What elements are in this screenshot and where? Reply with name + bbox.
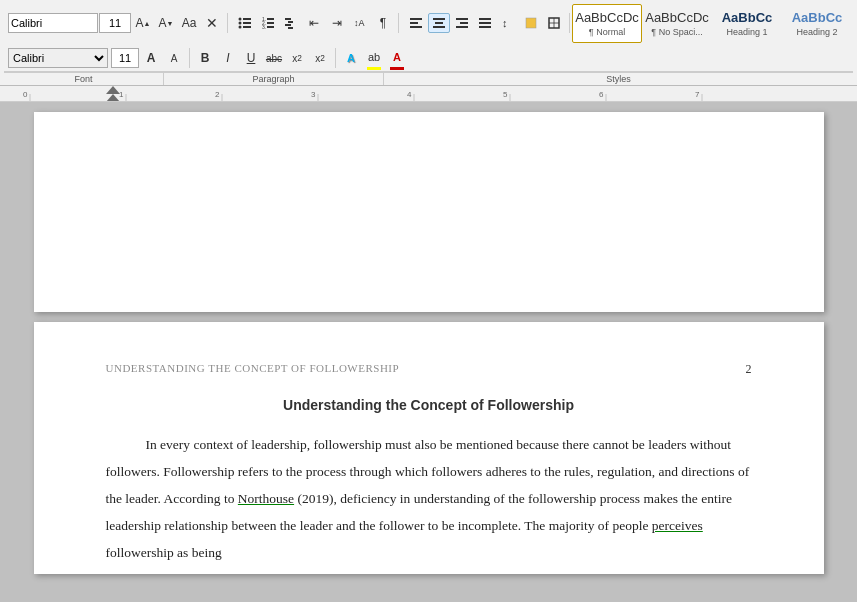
style-no-spacing-label: ¶ No Spaci...: [651, 27, 702, 37]
superscript-btn[interactable]: x2: [309, 48, 331, 68]
strikethrough-btn[interactable]: abc: [263, 48, 285, 68]
svg-rect-19: [410, 26, 422, 28]
svg-rect-17: [410, 18, 422, 20]
style-heading2-preview: AaBbCc: [792, 10, 843, 26]
change-case-btn[interactable]: Aa: [178, 13, 200, 33]
borders-btn[interactable]: [543, 13, 565, 33]
font-color-btn-wrap: A: [386, 47, 408, 70]
style-title[interactable]: AaB Title: [852, 4, 853, 43]
strikethrough-btn-wrap: abc: [263, 48, 285, 68]
font-size-field[interactable]: [111, 48, 139, 68]
style-heading1-label: Heading 1: [726, 27, 767, 37]
document-area: UNDERSTANDING THE CONCEPT OF FOLLOWERSHI…: [0, 102, 857, 584]
align-right-btn[interactable]: [451, 13, 473, 33]
toolbar-row1: A▲ A▼ Aa ✕ 1.2.3. ⇤ ⇥ ↕A ¶: [4, 2, 853, 45]
svg-point-0: [239, 18, 242, 21]
list-group: 1.2.3. ⇤ ⇥ ↕A ¶: [230, 13, 399, 33]
bullets-btn[interactable]: [234, 13, 256, 33]
page-number: 2: [746, 362, 752, 377]
svg-rect-18: [410, 22, 418, 24]
subscript-btn[interactable]: x2: [286, 48, 308, 68]
font-color-btn[interactable]: A: [386, 47, 408, 67]
svg-text:↕A: ↕A: [354, 18, 365, 28]
page-title: Understanding the Concept of Followershi…: [106, 397, 752, 413]
clear-format-btn[interactable]: ✕: [201, 13, 223, 33]
separator2: [335, 48, 336, 68]
svg-rect-25: [456, 26, 468, 28]
svg-rect-20: [433, 18, 445, 20]
page-1: [34, 112, 824, 312]
paragraph-1: In every context of leadership, follower…: [106, 431, 752, 566]
font-group: A▲ A▼ Aa ✕: [4, 13, 228, 33]
svg-rect-21: [435, 22, 443, 24]
svg-rect-1: [243, 18, 251, 20]
svg-rect-7: [267, 18, 274, 20]
highlight-btn-wrap: ab: [363, 47, 385, 70]
align-center-btn[interactable]: [428, 13, 450, 33]
grow-font-btn2[interactable]: A: [140, 48, 162, 68]
svg-rect-14: [285, 24, 291, 26]
svg-rect-11: [267, 26, 274, 28]
sort-btn[interactable]: ↕A: [349, 13, 371, 33]
bold-btn[interactable]: B: [194, 48, 216, 68]
underline-btn-wrap: U: [240, 48, 262, 68]
svg-text:2: 2: [215, 90, 220, 99]
svg-rect-24: [460, 22, 468, 24]
style-heading2[interactable]: AaBbCc Heading 2: [782, 4, 852, 43]
font-color-indicator: [390, 67, 404, 70]
svg-point-4: [239, 26, 242, 29]
page-header: UNDERSTANDING THE CONCEPT OF FOLLOWERSHI…: [106, 362, 752, 377]
svg-point-2: [239, 22, 242, 25]
multilevel-btn[interactable]: [280, 13, 302, 33]
shrink-font-btn[interactable]: A▼: [155, 13, 177, 33]
numbering-btn[interactable]: 1.2.3.: [257, 13, 279, 33]
shrink-font-btn2[interactable]: A: [163, 48, 185, 68]
font-section-label: Font: [4, 73, 164, 85]
svg-text:↕: ↕: [502, 17, 508, 29]
justify-btn[interactable]: [474, 13, 496, 33]
style-no-spacing[interactable]: AaBbCcDc ¶ No Spaci...: [642, 4, 712, 43]
citation-northouse: Northouse: [238, 491, 294, 506]
svg-text:3.: 3.: [262, 24, 266, 30]
word-perceives: perceives: [652, 518, 703, 533]
svg-rect-3: [243, 22, 251, 24]
svg-rect-30: [526, 18, 536, 28]
svg-rect-28: [479, 26, 491, 28]
style-normal-label: ¶ Normal: [589, 27, 625, 37]
increase-indent-btn[interactable]: ⇥: [326, 13, 348, 33]
shading-btn[interactable]: [520, 13, 542, 33]
svg-text:5: 5: [503, 90, 508, 99]
font-name-dropdown[interactable]: Calibri Times New Roman Arial: [8, 48, 108, 68]
svg-text:3: 3: [311, 90, 316, 99]
align-group: ↕: [401, 13, 570, 33]
font-size-input[interactable]: [99, 13, 131, 33]
font-format-row: Calibri Times New Roman Arial A A B I U …: [4, 45, 853, 72]
styles-section-label: Styles: [384, 73, 853, 85]
show-hide-btn[interactable]: ¶: [372, 13, 394, 33]
style-heading1[interactable]: AaBbCc Heading 1: [712, 4, 782, 43]
style-heading1-preview: AaBbCc: [722, 10, 773, 26]
svg-rect-12: [285, 18, 291, 20]
style-normal[interactable]: AaBbCcDc ¶ Normal: [572, 4, 642, 43]
running-head: UNDERSTANDING THE CONCEPT OF FOLLOWERSHI…: [106, 362, 400, 374]
svg-rect-23: [456, 18, 468, 20]
highlight-indicator: [367, 67, 381, 70]
style-normal-preview: AaBbCcDc: [575, 10, 639, 26]
toolbar: A▲ A▼ Aa ✕ 1.2.3. ⇤ ⇥ ↕A ¶: [0, 0, 857, 86]
decrease-indent-btn[interactable]: ⇤: [303, 13, 325, 33]
highlight-btn[interactable]: ab: [363, 47, 385, 67]
separator1: [189, 48, 190, 68]
line-spacing-btn[interactable]: ↕: [497, 13, 519, 33]
paragraph-section-label: Paragraph: [164, 73, 384, 85]
svg-rect-5: [243, 26, 251, 28]
font-name-input[interactable]: [8, 13, 98, 33]
page-body: In every context of leadership, follower…: [106, 431, 752, 566]
grow-font-btn[interactable]: A▲: [132, 13, 154, 33]
svg-rect-26: [479, 18, 491, 20]
italic-btn[interactable]: I: [217, 48, 239, 68]
svg-rect-34: [0, 86, 857, 102]
align-left-btn[interactable]: [405, 13, 427, 33]
text-effects-btn[interactable]: A: [340, 48, 362, 68]
underline-btn[interactable]: U: [240, 48, 262, 68]
svg-rect-9: [267, 22, 274, 24]
